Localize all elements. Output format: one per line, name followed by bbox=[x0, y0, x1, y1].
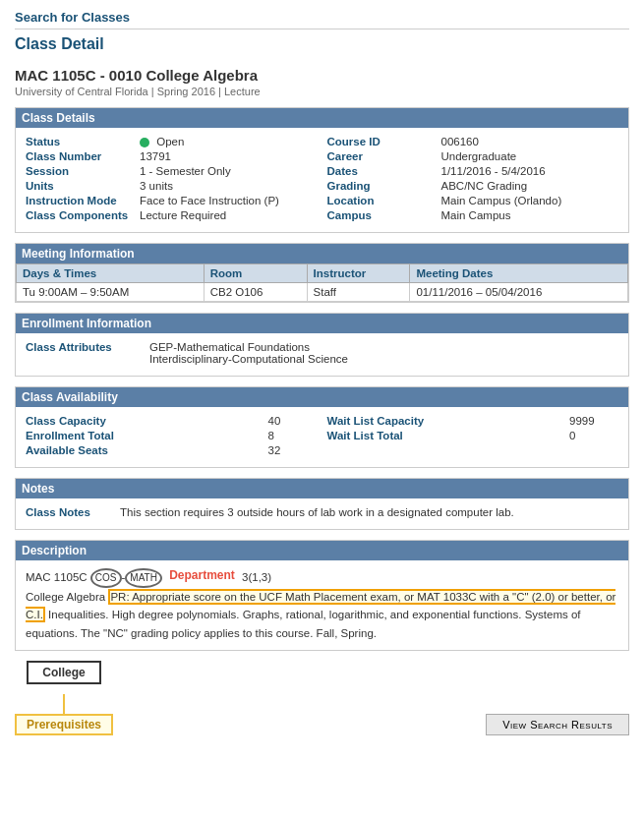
meeting-instructor: Staff bbox=[307, 283, 410, 302]
dept-circle-annotation: COS bbox=[90, 568, 122, 588]
class-capacity-label: Class Capacity bbox=[26, 415, 106, 427]
course-title: MAC 1105C - 0010 College Algebra bbox=[15, 67, 629, 84]
dates-label: Dates bbox=[327, 165, 436, 177]
credit-hours: 3(1,3) bbox=[242, 571, 271, 583]
page-title: Class Detail bbox=[15, 35, 629, 53]
campus-label: Campus bbox=[327, 209, 436, 221]
description-header: Description bbox=[16, 541, 628, 560]
class-attributes-label: Class Attributes bbox=[26, 341, 144, 365]
class-attributes-value: GEP-Mathematical Foundations Interdiscip… bbox=[149, 341, 348, 365]
wait-list-total-value: 0 bbox=[569, 430, 618, 441]
status-open-icon bbox=[140, 138, 149, 147]
availability-section: Class Availability Class Capacity 40 Enr… bbox=[15, 386, 629, 468]
course-subtitle: University of Central Florida | Spring 2… bbox=[15, 86, 629, 97]
course-id-row: Course ID 006160 bbox=[327, 136, 619, 147]
status-label: Status bbox=[26, 136, 134, 147]
units-label: Units bbox=[26, 180, 134, 192]
wait-list-capacity-label: Wait List Capacity bbox=[327, 415, 425, 427]
enrollment-total-value: 8 bbox=[268, 430, 318, 441]
availability-header: Class Availability bbox=[16, 387, 628, 407]
grading-label: Grading bbox=[327, 180, 436, 192]
wait-list-total-row: Wait List Total 0 bbox=[327, 430, 619, 441]
dept-annotation-label: Department bbox=[165, 568, 239, 582]
enrollment-total-row: Enrollment Total 8 bbox=[26, 430, 318, 441]
description-content: MAC 1105C COS-MATH Department 3(1,3) Col… bbox=[16, 560, 628, 650]
wait-list-capacity-value: 9999 bbox=[569, 415, 618, 427]
enrollment-total-label: Enrollment Total bbox=[26, 430, 114, 441]
course-id-label: Course ID bbox=[327, 136, 436, 147]
status-value: Open bbox=[140, 136, 184, 147]
meeting-table-row: Tu 9:00AM – 9:50AM CB2 O106 Staff 01/11/… bbox=[17, 283, 628, 302]
notes-header: Notes bbox=[16, 479, 628, 498]
session-row: Session 1 - Semester Only bbox=[26, 165, 318, 177]
enrollment-section: Enrollment Information Class Attributes … bbox=[15, 313, 629, 377]
instruction-mode-label: Instruction Mode bbox=[26, 195, 134, 206]
class-details-header: Class Details bbox=[16, 108, 628, 128]
location-label: Location bbox=[327, 195, 436, 206]
class-number-label: Class Number bbox=[26, 150, 134, 162]
class-capacity-row: Class Capacity 40 bbox=[26, 415, 318, 427]
class-number-row: Class Number 13791 bbox=[26, 150, 318, 162]
course-code-text: MAC 1105C bbox=[26, 571, 90, 583]
meeting-table: Days & Times Room Instructor Meeting Dat… bbox=[16, 263, 628, 302]
wait-list-capacity-row: Wait List Capacity 9999 bbox=[327, 415, 619, 427]
dept-circle-2: MATH bbox=[125, 568, 162, 588]
available-seats-value: 32 bbox=[268, 444, 318, 456]
instruction-mode-value: Face to Face Instruction (P) bbox=[140, 195, 279, 206]
course-id-value: 006160 bbox=[441, 136, 479, 147]
class-details-section: Class Details Status Open Class Number 1… bbox=[15, 107, 629, 233]
dates-row: Dates 1/11/2016 - 5/4/2016 bbox=[327, 165, 619, 177]
available-seats-label: Available Seats bbox=[26, 444, 108, 456]
location-value: Main Campus (Orlando) bbox=[441, 195, 562, 206]
status-row: Status Open bbox=[26, 136, 318, 147]
enrollment-header: Enrollment Information bbox=[16, 314, 628, 333]
col-room: Room bbox=[204, 264, 307, 283]
campus-value: Main Campus bbox=[441, 209, 511, 221]
meeting-table-header-row: Days & Times Room Instructor Meeting Dat… bbox=[17, 264, 628, 283]
class-notes-value: This section requires 3 outside hours of… bbox=[120, 506, 514, 518]
class-components-value: Lecture Required bbox=[140, 209, 226, 221]
view-search-results-button[interactable]: View Search Results bbox=[486, 714, 629, 735]
career-value: Undergraduate bbox=[441, 150, 517, 162]
wait-list-total-label: Wait List Total bbox=[327, 430, 403, 441]
description-section: Description MAC 1105C COS-MATH Departmen… bbox=[15, 540, 629, 651]
grading-value: ABC/NC Grading bbox=[441, 180, 528, 192]
meeting-header: Meeting Information bbox=[16, 244, 628, 263]
meeting-dates: 01/11/2016 – 05/04/2016 bbox=[410, 283, 628, 302]
breadcrumb: Search for Classes bbox=[15, 10, 629, 29]
session-label: Session bbox=[26, 165, 134, 177]
class-number-value: 13791 bbox=[140, 150, 171, 162]
col-instructor: Instructor bbox=[307, 264, 410, 283]
description-rest: Inequalities. High degree polynomials. G… bbox=[26, 609, 581, 638]
meeting-days-times: Tu 9:00AM – 9:50AM bbox=[17, 283, 205, 302]
units-row: Units 3 units bbox=[26, 180, 318, 192]
class-components-row: Class Components Lecture Required bbox=[26, 209, 318, 221]
units-value: 3 units bbox=[140, 180, 173, 192]
dates-value: 1/11/2016 - 5/4/2016 bbox=[441, 165, 546, 177]
grading-row: Grading ABC/NC Grading bbox=[327, 180, 619, 192]
meeting-section: Meeting Information Days & Times Room In… bbox=[15, 243, 629, 303]
available-seats-row: Available Seats 32 bbox=[26, 444, 318, 456]
campus-row: Campus Main Campus bbox=[327, 209, 619, 221]
instruction-mode-row: Instruction Mode Face to Face Instructio… bbox=[26, 195, 318, 206]
meeting-room: CB2 O106 bbox=[204, 283, 307, 302]
career-label: Career bbox=[327, 150, 436, 162]
class-notes-row: Class Notes This section requires 3 outs… bbox=[26, 506, 618, 518]
class-notes-label: Class Notes bbox=[26, 506, 114, 518]
col-meeting-dates: Meeting Dates bbox=[410, 264, 628, 283]
class-attributes-row: Class Attributes GEP-Mathematical Founda… bbox=[26, 341, 618, 365]
class-components-label: Class Components bbox=[26, 209, 134, 221]
class-capacity-value: 40 bbox=[268, 415, 318, 427]
prerequisites-annotation: Prerequisites bbox=[15, 714, 113, 735]
session-value: 1 - Semester Only bbox=[140, 165, 231, 177]
notes-section: Notes Class Notes This section requires … bbox=[15, 478, 629, 530]
career-row: Career Undergraduate bbox=[327, 150, 619, 162]
course-name-text: College Algebra bbox=[26, 591, 108, 603]
college-box: College bbox=[27, 661, 100, 684]
location-row: Location Main Campus (Orlando) bbox=[327, 195, 619, 206]
col-days-times: Days & Times bbox=[17, 264, 205, 283]
